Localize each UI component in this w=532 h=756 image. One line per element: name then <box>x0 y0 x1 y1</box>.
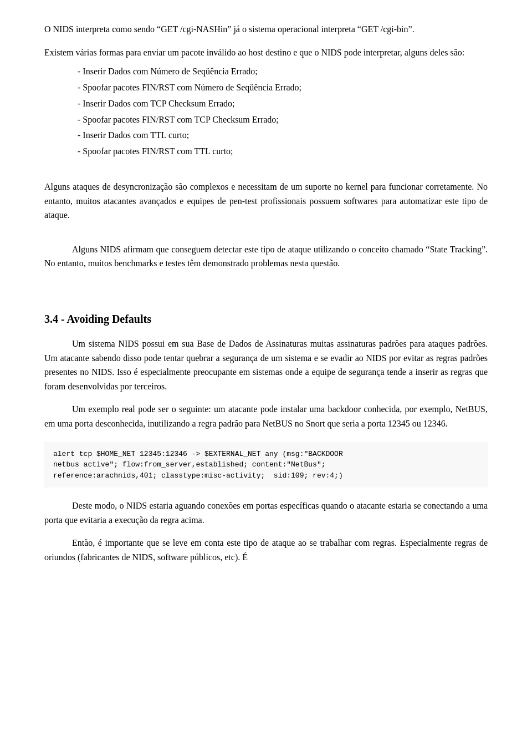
section-heading: 3.4 - Avoiding Defaults <box>44 313 488 326</box>
list-container: - Inserir Dados com Número de Seqüência … <box>78 64 488 160</box>
code-block: alert tcp $HOME_NET 12345:12346 -> $EXTE… <box>44 442 488 488</box>
exemplo-paragraph: Um exemplo real pode ser o seguinte: um … <box>44 402 488 430</box>
sistema-paragraph: Um sistema NIDS possui em sua Base de Da… <box>44 337 488 393</box>
list-item: - Spoofar pacotes FIN/RST com Número de … <box>78 80 488 96</box>
entao-paragraph: Então, é importante que se leve em conta… <box>44 536 488 564</box>
list-item: - Spoofar pacotes FIN/RST com TCP Checks… <box>78 112 488 128</box>
list-item: - Inserir Dados com TTL curto; <box>78 128 488 144</box>
list-item: - Inserir Dados com Número de Seqüência … <box>78 64 488 80</box>
list-item: - Inserir Dados com TCP Checksum Errado; <box>78 96 488 112</box>
deste-paragraph: Deste modo, o NIDS estaria aguando conex… <box>44 499 488 527</box>
state-paragraph: Alguns NIDS afirmam que conseguem detect… <box>44 242 488 271</box>
list-item: - Spoofar pacotes FIN/RST com TTL curto; <box>78 144 488 160</box>
page-content: O NIDS interpreta como sendo “GET /cgi-N… <box>0 0 532 606</box>
desync-paragraph: Alguns ataques de desyncronização são co… <box>44 180 488 222</box>
list-intro: Existem várias formas para enviar um pac… <box>44 45 488 60</box>
intro-paragraph: O NIDS interpreta como sendo “GET /cgi-N… <box>44 22 488 37</box>
